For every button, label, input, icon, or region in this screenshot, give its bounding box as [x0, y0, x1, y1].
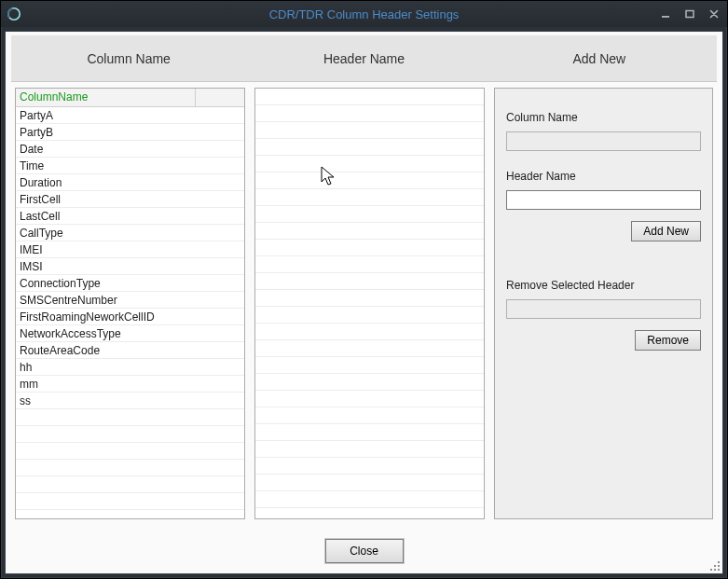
section-header-header-name: Header Name — [246, 35, 481, 81]
table-row[interactable]: ConnectionType — [16, 275, 244, 292]
window-title: CDR/TDR Column Header Settings — [269, 7, 460, 21]
column-name-grid-body[interactable]: PartyAPartyBDateTimeDurationFirstCellLas… — [16, 107, 244, 518]
column-name-grid[interactable]: ColumnName PartyAPartyBDateTimeDurationF… — [15, 88, 245, 519]
grid-header-columnname[interactable]: ColumnName — [16, 89, 196, 107]
titlebar[interactable]: CDR/TDR Column Header Settings — [1, 1, 727, 27]
table-row[interactable]: Date — [16, 141, 244, 158]
table-row[interactable]: hh — [16, 359, 244, 376]
header-name-grid-body[interactable] — [255, 89, 484, 518]
header-name-input[interactable] — [506, 190, 701, 210]
svg-rect-3 — [686, 11, 694, 18]
minimize-button[interactable] — [658, 7, 673, 21]
svg-rect-2 — [662, 16, 669, 18]
app-icon — [7, 7, 21, 21]
table-row[interactable]: FirstCell — [16, 191, 244, 208]
column-name-input[interactable] — [506, 131, 701, 151]
section-header-column-name: Column Name — [11, 35, 246, 81]
table-row[interactable]: NetworkAccessType — [16, 325, 244, 342]
table-row[interactable]: Duration — [16, 174, 244, 191]
window-root: CDR/TDR Column Header Settings Column Na… — [0, 0, 728, 579]
header-name-grid[interactable] — [254, 88, 485, 519]
client-area: Column Name Header Name Add New ColumnNa… — [5, 31, 723, 574]
table-row[interactable]: PartyA — [16, 107, 244, 124]
table-row[interactable]: mm — [16, 376, 244, 393]
table-row[interactable]: LastCell — [16, 208, 244, 225]
footer-bar: Close — [6, 529, 722, 573]
table-row[interactable]: FirstRoamingNeworkCellID — [16, 309, 244, 325]
close-button[interactable]: Close — [325, 539, 404, 563]
table-row[interactable]: ss — [16, 393, 244, 409]
close-window-button[interactable] — [707, 7, 721, 21]
section-header-add-new: Add New — [482, 35, 717, 81]
remove-selected-label: Remove Selected Header — [506, 279, 701, 292]
maximize-button[interactable] — [682, 7, 697, 21]
table-row[interactable]: RouteAreaCode — [16, 342, 244, 359]
remove-selected-input[interactable] — [506, 299, 701, 319]
header-name-label: Header Name — [506, 170, 701, 183]
table-row[interactable]: SMSCentreNumber — [16, 292, 244, 309]
table-row[interactable]: IMSI — [16, 258, 244, 275]
table-row[interactable]: PartyB — [16, 124, 244, 141]
remove-button[interactable]: Remove — [635, 330, 701, 351]
section-header-strip: Column Name Header Name Add New — [11, 35, 717, 82]
column-name-label: Column Name — [506, 111, 701, 124]
add-new-button[interactable]: Add New — [631, 221, 701, 241]
table-row[interactable]: CallType — [16, 225, 244, 241]
table-row[interactable]: Time — [16, 158, 244, 174]
add-new-panel: Column Name Header Name Add New Remove S… — [494, 88, 713, 519]
grid-header-spacer — [196, 89, 244, 107]
table-row[interactable]: IMEI — [16, 241, 244, 258]
